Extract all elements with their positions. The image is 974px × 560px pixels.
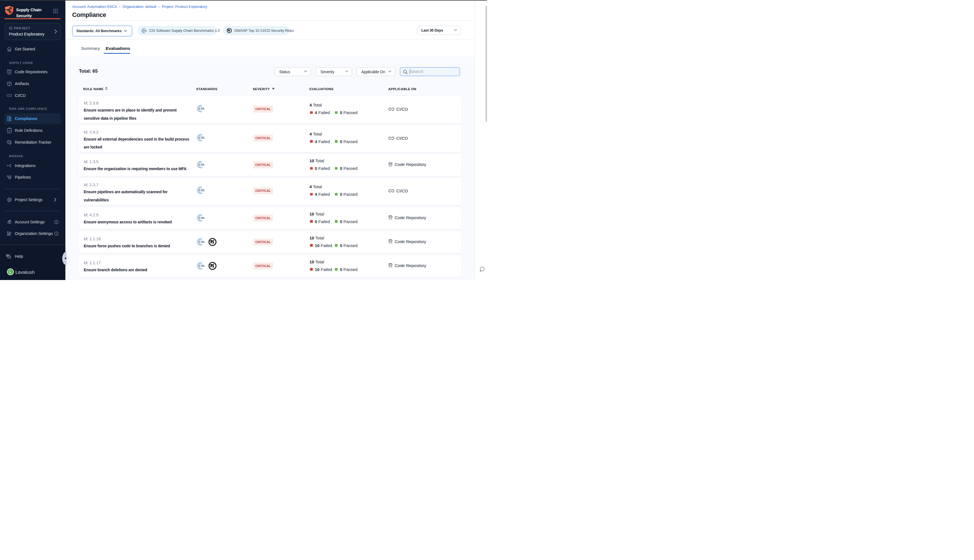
svg-text:?: ? (7, 254, 9, 257)
svg-text:CIS.: CIS. (199, 264, 205, 267)
svg-text:CIS.: CIS. (199, 107, 205, 110)
svg-text:CIS.: CIS. (199, 188, 205, 192)
svg-text:CIS.: CIS. (199, 136, 205, 139)
svg-text:CIS.: CIS. (199, 240, 205, 243)
svg-text:CIS.: CIS. (199, 163, 205, 166)
svg-text:CIS.: CIS. (199, 216, 205, 220)
svg-text:CIS.: CIS. (143, 29, 147, 32)
